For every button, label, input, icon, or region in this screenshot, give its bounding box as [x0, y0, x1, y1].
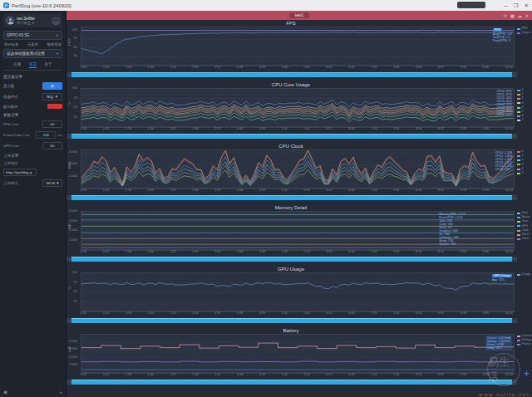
- refresh-icon[interactable]: ⟳: [504, 13, 507, 18]
- series-legend[interactable]: Usage: [517, 273, 532, 277]
- source-tab-data[interactable]: 数据管理: [47, 42, 62, 47]
- maximize-button[interactable]: ❐: [514, 2, 519, 9]
- time-scrollbar[interactable]: ◂ ▸: [66, 195, 517, 200]
- x-tick: 3:37: [214, 311, 220, 316]
- x-tick: 8:16: [416, 66, 421, 71]
- collapse-sidebar-button[interactable]: «: [60, 390, 62, 395]
- support-icon[interactable]: ◉: [3, 389, 7, 395]
- time-scrollbar[interactable]: ◂ ▸: [66, 380, 517, 385]
- scroll-right-arrow[interactable]: ▸: [512, 257, 517, 262]
- plot-area[interactable]: Current: 3,412mAVoltage: 1,452mVPower: 4…: [81, 334, 515, 374]
- x-tick: 7:14: [371, 127, 377, 132]
- legend-color-chip: [517, 213, 520, 214]
- scroll-right-arrow[interactable]: ▸: [512, 195, 517, 200]
- plot-area[interactable]: GPU UsageAvg: 72%: [81, 272, 515, 312]
- scroll-right-arrow[interactable]: ▸: [512, 134, 517, 139]
- y-axis-ticks: 100755025: [66, 272, 79, 311]
- frametime-line-input[interactable]: 100: [36, 131, 56, 139]
- marker-color-swatch[interactable]: [47, 104, 62, 109]
- add-chart-button[interactable]: +: [524, 369, 530, 379]
- gpu-line-input[interactable]: 60: [42, 142, 62, 149]
- close-button[interactable]: ✕: [525, 2, 529, 9]
- y-axis-ticks: 120906030: [66, 27, 79, 65]
- x-tick: 2:35: [170, 250, 175, 255]
- scrollbar-thumb[interactable]: [71, 195, 512, 200]
- source-tab-local[interactable]: 我的设备: [4, 42, 19, 47]
- scroll-right-arrow[interactable]: ▸: [512, 380, 517, 385]
- chart-canvas: [81, 150, 514, 189]
- fps-line-input[interactable]: 60: [42, 120, 62, 128]
- tab-settings[interactable]: 设置: [29, 61, 37, 68]
- x-tick: 6:12: [326, 127, 332, 132]
- scrollbar-thumb[interactable]: [71, 380, 512, 385]
- legend-color-chip: [517, 98, 520, 100]
- x-tick: 7:14: [371, 189, 377, 194]
- plot-area[interactable]: CPU0: 62%CPU1: 47%CPU2: 44%CPU3: 40%CPU4…: [81, 88, 515, 128]
- x-tick: 9:49: [482, 66, 488, 71]
- series-legend[interactable]: FPSTarget: [517, 27, 532, 36]
- x-tick: 4:08: [237, 311, 243, 316]
- x-tick: 6:43: [348, 311, 354, 316]
- tab-about[interactable]: 关于: [44, 61, 52, 68]
- plot-area[interactable]: Memory(MB): 3,712NativePSS: 1,024Java: 2…: [81, 211, 515, 251]
- time-scrollbar[interactable]: ◂ ▸: [66, 318, 517, 323]
- legend-stats: Memory(MB): 3,712NativePSS: 1,024Java: 2…: [439, 213, 466, 246]
- x-tick: 6:12: [326, 311, 332, 316]
- x-tick: 8:47: [438, 127, 444, 132]
- case-tab[interactable]: test1: [289, 12, 309, 18]
- grid-icon[interactable]: ▦: [510, 13, 515, 18]
- time-scrollbar[interactable]: ◂ ▸: [66, 257, 517, 262]
- time-scrollbar[interactable]: ◂ ▸: [66, 134, 517, 139]
- x-tick: 2:04: [148, 189, 154, 194]
- x-tick: 8:16: [416, 311, 421, 316]
- plot-area[interactable]: CPU0: 2,208CPU1: 1,804CPU2: 1,420CPU3: 2…: [81, 149, 515, 189]
- x-tick: 0:31: [81, 311, 86, 316]
- x-tick: 6:12: [326, 66, 332, 71]
- scrollbar-thumb[interactable]: [71, 134, 512, 139]
- device-select[interactable]: OPPO K9 5G ▼: [3, 31, 62, 40]
- series-legend[interactable]: 012345: [517, 150, 532, 176]
- series-legend[interactable]: CurrentVoltagePower: [517, 335, 532, 348]
- x-tick: 4:39: [259, 250, 265, 255]
- legend-color-chip: [517, 217, 520, 218]
- x-tick: 9:49: [482, 373, 488, 378]
- legend-color-chip: [517, 151, 520, 153]
- cloud-icon[interactable]: ☁: [518, 13, 522, 18]
- time-scrollbar[interactable]: ◂ ▸: [66, 72, 517, 77]
- scroll-right-arrow[interactable]: ▸: [512, 318, 517, 323]
- upload-url-input[interactable]: https://perfdog.q: [3, 169, 37, 176]
- series-legend[interactable]: TotalNativeJavaGFXCodeStackOther: [517, 212, 532, 242]
- line-style-select[interactable]: 混合 ▼: [42, 93, 62, 100]
- x-tick: 7:45: [393, 373, 399, 378]
- plot-area[interactable]: FPSAvg(FPS): 112Var(FPS): 2.1Drop(FPS): …: [81, 27, 515, 66]
- user-card[interactable]: net 3e6fw 用户信息 ▾ ◷: [3, 13, 62, 27]
- close-tab-icon[interactable]: ✕: [525, 13, 529, 18]
- x-tick: 3:06: [192, 127, 198, 132]
- legend-item: 5: [517, 110, 532, 114]
- legend-stats: CPU0: 2,208CPU1: 1,804CPU2: 1,420CPU3: 2…: [495, 151, 512, 171]
- window-title: PerfDog (vxx-10.6.240920): [12, 3, 71, 8]
- minimize-button[interactable]: ─: [504, 2, 508, 8]
- x-tick: 6:12: [326, 250, 332, 255]
- overlay-toggle[interactable]: 开: [42, 82, 62, 90]
- app-select[interactable]: 请选择或搜索测试应用 ▼: [3, 49, 62, 58]
- upload-format-select[interactable]: JSON ▼: [42, 179, 62, 187]
- legend-color-chip: [517, 225, 520, 227]
- source-tab-cloud[interactable]: 云真机: [27, 42, 38, 47]
- scrollbar-thumb[interactable]: [71, 318, 512, 323]
- x-tick: 0:31: [81, 189, 86, 194]
- legend-item: Usage: [517, 273, 532, 277]
- x-tick: 2:04: [148, 373, 154, 378]
- x-tick: 0:31: [81, 127, 86, 132]
- x-tick: 8:16: [416, 373, 421, 378]
- scrollbar-thumb[interactable]: [71, 72, 512, 77]
- series-legend[interactable]: 01234567: [517, 89, 532, 124]
- legend-item: FPS: [517, 27, 532, 31]
- scroll-right-arrow[interactable]: ▸: [512, 72, 517, 77]
- legend-color-chip: [517, 90, 520, 91]
- tab-task[interactable]: 任务: [13, 61, 22, 68]
- user-timer-icon[interactable]: ◷: [52, 17, 60, 25]
- x-tick: 6:43: [348, 250, 354, 255]
- scrollbar-thumb[interactable]: [71, 257, 512, 262]
- legend-item: 5: [517, 172, 532, 175]
